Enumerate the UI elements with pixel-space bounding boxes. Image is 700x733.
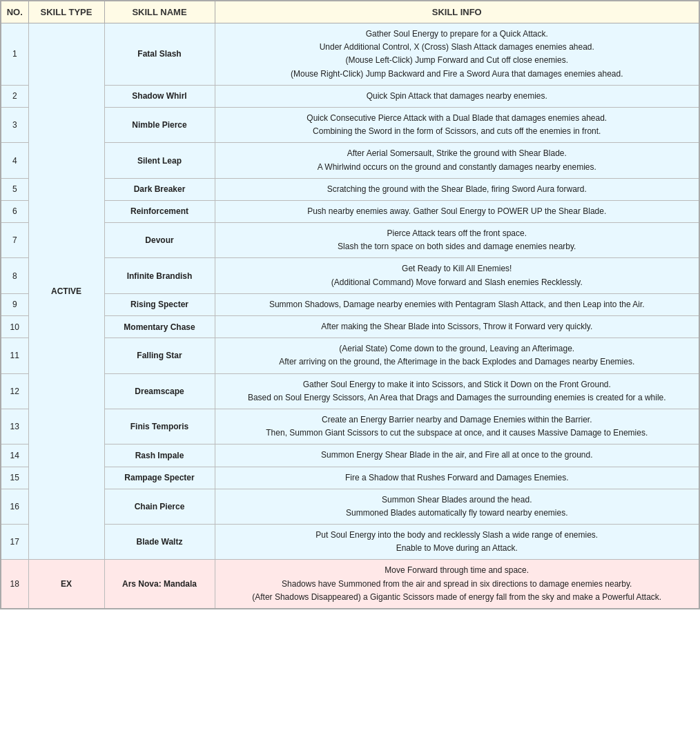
- skill-name: Nimble Pierce: [104, 107, 215, 142]
- skill-number: 18: [1, 560, 28, 609]
- skill-info: Summon Energy Shear Blade in the air, an…: [215, 444, 699, 467]
- skill-info: After Aerial Somersault, Strike the grou…: [215, 143, 699, 178]
- skill-info: Gather Soul Energy to make it into Sciss…: [215, 373, 699, 409]
- skill-number: 13: [1, 409, 28, 444]
- skill-name: Fatal Slash: [104, 23, 215, 86]
- skill-number: 12: [1, 373, 28, 409]
- skill-name: Rash Impale: [104, 444, 215, 467]
- table-row: 15Rampage SpecterFire a Shadow that Rush…: [1, 467, 699, 489]
- skill-info: Pierce Attack tears off the front space.…: [215, 223, 699, 258]
- skill-info: (Aerial State) Come down to the ground, …: [215, 338, 699, 373]
- skill-name: Blade Waltz: [104, 525, 215, 560]
- skill-info: Quick Spin Attack that damages nearby en…: [215, 85, 699, 107]
- skill-info: Gather Soul Energy to prepare for a Quic…: [215, 23, 699, 86]
- skill-name: Reinforcement: [104, 200, 215, 222]
- skill-name: Devour: [104, 223, 215, 258]
- skill-number: 4: [1, 143, 28, 178]
- skill-info: Push nearby enemies away. Gather Soul En…: [215, 200, 699, 222]
- table-row: 1ACTIVEFatal SlashGather Soul Energy to …: [1, 23, 699, 86]
- skill-number: 6: [1, 200, 28, 222]
- skill-number: 16: [1, 489, 28, 524]
- skill-name: Dreamscape: [104, 373, 215, 409]
- header-no: NO.: [1, 1, 28, 23]
- skill-type: EX: [28, 560, 104, 609]
- skill-number: 10: [1, 316, 28, 338]
- skill-info: Create an Energy Barrier nearby and Dama…: [215, 409, 699, 444]
- skill-number: 7: [1, 223, 28, 258]
- skill-number: 1: [1, 23, 28, 86]
- table-row: 3Nimble PierceQuick Consecutive Pierce A…: [1, 107, 699, 142]
- table-row: 17Blade WaltzPut Soul Energy into the bo…: [1, 525, 699, 560]
- skill-number: 11: [1, 338, 28, 373]
- skill-name: Momentary Chase: [104, 316, 215, 338]
- skill-name: Dark Breaker: [104, 178, 215, 200]
- skill-name: Finis Temporis: [104, 409, 215, 444]
- header-info: SKILL INFO: [215, 1, 699, 23]
- skill-name: Silent Leap: [104, 143, 215, 178]
- skill-info: Summon Shear Blades around the head.Summ…: [215, 489, 699, 524]
- skill-name: Shadow Whirl: [104, 85, 215, 107]
- table-row: 18EXArs Nova: MandalaMove Forward throug…: [1, 560, 699, 609]
- skill-number: 14: [1, 444, 28, 467]
- table-row: 7DevourPierce Attack tears off the front…: [1, 223, 699, 258]
- table-row: 12DreamscapeGather Soul Energy to make i…: [1, 373, 699, 409]
- table-row: 11Falling Star(Aerial State) Come down t…: [1, 338, 699, 373]
- skill-name: Rampage Specter: [104, 467, 215, 489]
- header-type: SKILL TYPE: [28, 1, 104, 23]
- table-row: 16Chain PierceSummon Shear Blades around…: [1, 489, 699, 524]
- header-name: SKILL NAME: [104, 1, 215, 23]
- table-row: 13Finis TemporisCreate an Energy Barrier…: [1, 409, 699, 444]
- skill-number: 3: [1, 107, 28, 142]
- table-row: 14Rash ImpaleSummon Energy Shear Blade i…: [1, 444, 699, 467]
- skill-name: Chain Pierce: [104, 489, 215, 524]
- skill-number: 17: [1, 525, 28, 560]
- table-row: 8Infinite BrandishGet Ready to Kill All …: [1, 258, 699, 293]
- skill-info: Put Soul Energy into the body and reckle…: [215, 525, 699, 560]
- skill-name: Rising Specter: [104, 293, 215, 315]
- skill-name: Ars Nova: Mandala: [104, 560, 215, 609]
- table-row: 2Shadow WhirlQuick Spin Attack that dama…: [1, 85, 699, 107]
- skill-info: Fire a Shadow that Rushes Forward and Da…: [215, 467, 699, 489]
- skill-number: 5: [1, 178, 28, 200]
- skill-number: 2: [1, 85, 28, 107]
- skill-number: 8: [1, 258, 28, 293]
- skill-name: Infinite Brandish: [104, 258, 215, 293]
- skill-info: After making the Shear Blade into Scisso…: [215, 316, 699, 338]
- skill-info: Summon Shadows, Damage nearby enemies wi…: [215, 293, 699, 315]
- skill-info: Quick Consecutive Pierce Attack with a D…: [215, 107, 699, 142]
- skill-name: Falling Star: [104, 338, 215, 373]
- skill-number: 9: [1, 293, 28, 315]
- table-row: 6ReinforcementPush nearby enemies away. …: [1, 200, 699, 222]
- skill-info: Scratching the ground with the Shear Bla…: [215, 178, 699, 200]
- table-row: 5Dark BreakerScratching the ground with …: [1, 178, 699, 200]
- table-row: 4Silent LeapAfter Aerial Somersault, Str…: [1, 143, 699, 178]
- skill-number: 15: [1, 467, 28, 489]
- table-row: 10Momentary ChaseAfter making the Shear …: [1, 316, 699, 338]
- skills-table: NO. SKILL TYPE SKILL NAME SKILL INFO 1AC…: [0, 0, 700, 609]
- skill-info: Get Ready to Kill All Enemies!(Additiona…: [215, 258, 699, 293]
- skill-type: ACTIVE: [28, 23, 104, 560]
- skill-info: Move Forward through time and space.Shad…: [215, 560, 699, 609]
- table-row: 9Rising SpecterSummon Shadows, Damage ne…: [1, 293, 699, 315]
